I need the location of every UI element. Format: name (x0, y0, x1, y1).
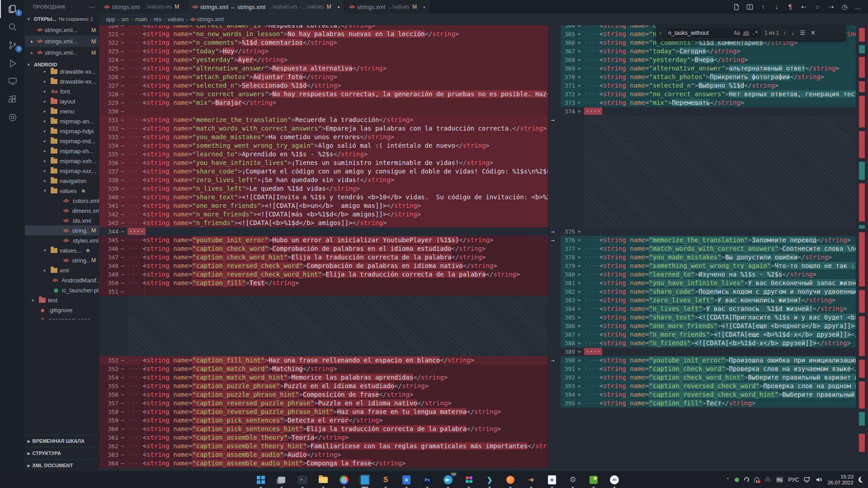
revert-change-arrow-icon[interactable]: → (551, 237, 555, 244)
taskbar-task-view-icon[interactable] (276, 474, 288, 486)
tree-arrow-icon[interactable]: ▸ (44, 268, 48, 272)
taskbar-calculator-icon[interactable]: ⊞ (401, 474, 412, 486)
diff-line[interactable]: 390+····<string name="youtube_init_error… (561, 356, 856, 365)
diff-line[interactable]: 347−····<string name="caption_check_word… (99, 253, 548, 262)
diff-line[interactable]: 342−····<string name="n_more_friends"><!… (99, 210, 548, 219)
language-indicator[interactable]: РУС (788, 477, 799, 483)
diff-line[interactable]: 362−····<string name="caption_assemble_t… (99, 442, 548, 450)
close-icon[interactable]: ✕ (809, 29, 817, 36)
diff-line[interactable]: 330− (99, 107, 548, 116)
tree-item[interactable]: ▸mipmap-xh... (25, 146, 99, 156)
split-editor-icon[interactable] (746, 3, 753, 11)
tree-arrow-icon[interactable]: ▾ (44, 248, 48, 253)
tree-arrow-icon[interactable]: ▸ (44, 169, 48, 173)
diff-line[interactable]: 344−···· (99, 227, 548, 236)
volume-icon[interactable] (816, 476, 822, 483)
tree-arrow-icon[interactable]: ▸ (44, 119, 48, 123)
diff-line[interactable]: 345−····<string name="youtube_init_error… (99, 236, 548, 244)
activity-search-icon[interactable] (0, 18, 25, 36)
hidden-icons-chevron[interactable]: ⌃ (726, 477, 730, 482)
diff-line[interactable]: 371+····<string name="selected_n">Выбран… (561, 81, 856, 90)
tree-item[interactable]: ◆.gitignore (25, 305, 99, 315)
activity-extensions-icon[interactable] (0, 90, 25, 108)
diff-line[interactable]: 354−····<string name="caption_match_word… (99, 373, 548, 382)
tree-item[interactable]: </>AndroidManif... (25, 275, 99, 285)
tree-item[interactable]: ▾values (25, 186, 99, 196)
network-icon[interactable] (804, 476, 811, 483)
diff-line[interactable]: 360−····<string name="caption_pick_sente… (99, 425, 548, 433)
tray-swirl-icon[interactable] (744, 477, 749, 482)
diff-line[interactable]: 332−····<string name="match_words_with_c… (99, 124, 548, 133)
diff-line[interactable]: 372+····<string name="no_correct_answers… (561, 90, 856, 99)
diff-line[interactable]: 382+····<string name="share_code">Подели… (561, 287, 856, 296)
diff-line[interactable]: 388+····<string name="n_friends"><![CDAT… (561, 339, 856, 347)
toggle-replace-icon[interactable]: › (658, 29, 663, 36)
diff-line[interactable]: 375+ (561, 227, 856, 236)
tree-item[interactable]: </>string...M (25, 255, 99, 265)
open-editor-item[interactable]: ●</>strings.xml...M (25, 47, 99, 58)
tree-item[interactable]: ▸menu (25, 106, 99, 116)
diff-line[interactable]: 327−····<string name="selected_n">Selecc… (99, 81, 548, 90)
diff-line[interactable]: 324−····<string name="yesterday">Ayer</s… (99, 56, 548, 64)
breadcrumb-item[interactable]: values (168, 16, 184, 23)
taskbar-vscode-icon[interactable] (359, 474, 371, 486)
onedrive-cloud-icon[interactable] (764, 478, 771, 482)
timeline-icon[interactable]: ◷ (841, 3, 848, 10)
diff-line[interactable]: 351− (99, 287, 548, 296)
diff-right-pane[interactable]: 364+····<string name="correct_answer_is"… (561, 25, 856, 471)
match-case-icon[interactable]: Aa (732, 30, 741, 36)
diff-line[interactable]: 353−····<string name="caption_match_word… (99, 365, 548, 373)
activity-remote-explorer-icon[interactable] (0, 72, 25, 90)
more-actions-icon[interactable]: … (854, 3, 862, 10)
diff-line[interactable]: 357−····<string name="caption_reversed_p… (99, 399, 548, 408)
diff-line[interactable]: 368+····<string name="yesterday">Вчера</… (561, 56, 856, 64)
tree-arrow-icon[interactable]: ▸ (44, 99, 48, 103)
tree-arrow-icon[interactable]: ▸ (44, 139, 48, 143)
revert-change-arrow-icon[interactable]: → (551, 357, 555, 364)
diff-line[interactable]: 343−····<string name="n_friends"><![CDAT… (99, 219, 548, 227)
find-previous-icon[interactable]: ↑ (782, 29, 788, 36)
diff-line[interactable]: 323−····<string name="today">Hoy</string… (99, 47, 548, 56)
taskbar-photoshop-icon[interactable]: Ps (421, 474, 433, 486)
search-input[interactable] (668, 30, 732, 36)
tree-item[interactable]: ▸drawable-xx... (25, 76, 99, 86)
tree-item[interactable]: ▸mipmap-xxx... (25, 166, 99, 176)
tree-item[interactable]: ▸navigation (25, 176, 99, 186)
diff-line[interactable]: 367+····<string name="today">Сегодня</st… (561, 47, 856, 56)
diff-line[interactable]: 355−····<string name="caption_puzzle_phr… (99, 382, 548, 390)
tree-arrow-icon[interactable]: ▸ (32, 298, 37, 302)
diff-line[interactable]: 337−····<string name="share_code">¡Compa… (99, 167, 548, 176)
diff-line[interactable]: 369+····<string name="alternative_answer… (561, 64, 856, 73)
next-change-icon[interactable]: ↓ (773, 3, 780, 10)
tree-arrow-icon[interactable]: ▸ (44, 69, 48, 74)
diff-line[interactable]: 326−····<string name="attach_photos">Adj… (99, 73, 548, 81)
diff-line[interactable]: 394+····<string name="caption_reversed_c… (561, 390, 856, 399)
tree-arrow-icon[interactable]: ▸ (44, 79, 48, 84)
taskbar-ai-app-icon[interactable]: Ai (609, 474, 620, 486)
find-in-selection-icon[interactable]: ☰ (798, 29, 807, 36)
diff-line[interactable]: 373+····<string name="mix">Перемешать</s… (561, 99, 856, 107)
find-next-icon[interactable]: ↓ (790, 29, 796, 36)
tree-item[interactable]: {}agconnect-servi... (25, 315, 99, 319)
tree-arrow-icon[interactable]: ▸ (44, 149, 48, 153)
diff-line[interactable]: 392+····<string name="caption_check_word… (561, 373, 856, 382)
breadcrumb-file[interactable]: strings.xml (197, 16, 224, 23)
tree-item[interactable]: ▸mipmap-hdpi (25, 126, 99, 136)
editor-tab[interactable]: </>strings.xml ↔ strings.xml...\values-e… (188, 0, 344, 14)
diff-line[interactable]: 336−····<string name="you_have_infinite_… (99, 159, 548, 167)
diff-line[interactable]: 395+····<string name="caption_fill">Тест… (561, 399, 856, 408)
tree-arrow-icon[interactable]: ▾ (44, 188, 48, 193)
tree-item[interactable]: ▸mipmap-xxh... (25, 156, 99, 166)
diff-line[interactable]: 338−····<string name="zero_lives_left">¡… (99, 176, 548, 184)
diff-line[interactable]: 378+····<string name="you_made_mistakes"… (561, 253, 856, 262)
tree-item[interactable]: ▸drawable-xx... (25, 66, 99, 76)
breadcrumb-item[interactable]: res (154, 16, 161, 23)
diff-line[interactable]: 387+····<string name="n_more_friends"><!… (561, 330, 856, 339)
taskbar-cyan-arrow-icon[interactable]: ❯ (484, 474, 495, 486)
diff-line[interactable]: 358−····<string name="caption_reversed_p… (99, 408, 548, 416)
inline-view-center-icon[interactable]: ○ (814, 3, 821, 10)
taskbar-settings-gear-icon[interactable]: ⚙ (567, 474, 579, 486)
tree-item[interactable]: </>styles.xml (25, 235, 99, 245)
diff-line[interactable]: 377+····<string name="match_words_with_c… (561, 244, 856, 253)
toggle-whitespace-icon[interactable]: ¶ (787, 3, 794, 10)
